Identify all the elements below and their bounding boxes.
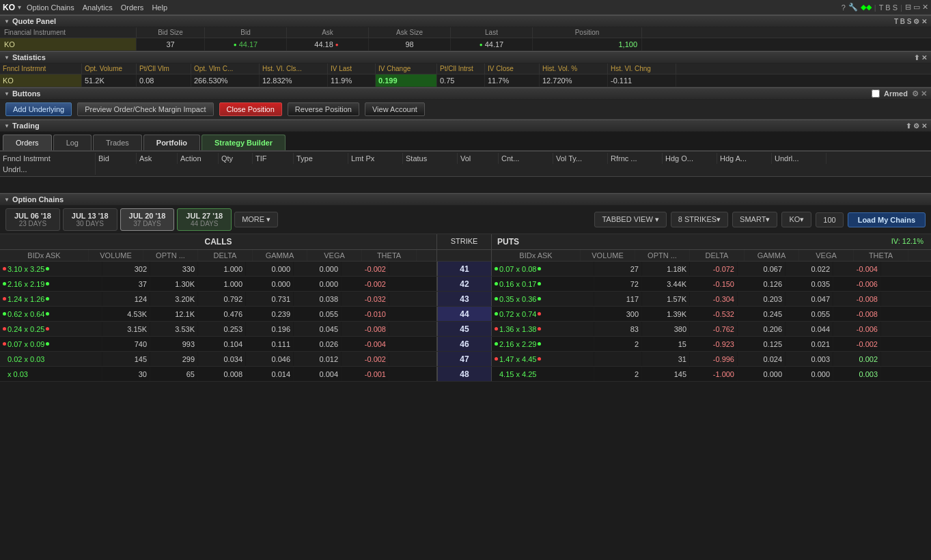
chains-toolbar: JUL 06 '18 23 DAYS JUL 13 '18 30 DAYS JU… — [0, 206, 931, 234]
armed-section: Armed ⚙ ✕ — [872, 89, 927, 98]
armed-icons: ⚙ ✕ — [912, 89, 927, 98]
option-chains-panel: Option Chains JUL 06 '18 23 DAYS JUL 13 … — [0, 193, 931, 560]
col-position: Position — [533, 27, 642, 38]
trading-col-hdg-o: Hdg O... — [663, 153, 717, 164]
stats-opt-vlm-c: 266.530% — [191, 74, 260, 87]
iv-label: IV: 12.1% — [891, 237, 923, 247]
col-financial-instrument: Financial Instrument — [0, 27, 137, 38]
quote-bid: ● 44.17 — [205, 38, 287, 51]
trading-col-qty: Qty — [219, 153, 253, 164]
smart-button[interactable]: SMART▾ — [732, 212, 777, 227]
trading-col-action: Action — [178, 153, 219, 164]
tbs-label: T B S — [879, 3, 898, 12]
put-col-bid-ask: BIDx ASK — [492, 250, 581, 261]
col-bid-size: Bid Size — [137, 27, 205, 38]
trading-col-hdg-a: Hdg A... — [717, 153, 772, 164]
date-tab-3[interactable]: JUL 27 '18 44 DAYS — [177, 208, 232, 231]
more-dates-button[interactable]: MORE ▾ — [234, 212, 278, 227]
quote-panel: Quote Panel T B S ⚙ ✕ Financial Instrume… — [0, 15, 931, 51]
tools-icon[interactable]: 🔧 — [848, 3, 858, 12]
call-col-gamma: GAMMA — [253, 250, 307, 261]
trading-col-tif: TIF — [253, 153, 294, 164]
put-col-vega: VEGA — [799, 250, 854, 261]
strike-col-h — [437, 250, 492, 261]
trading-tabs: Orders Log Trades Portfolio Strategy Bui… — [0, 132, 931, 152]
close-position-button[interactable]: Close Position — [219, 102, 282, 116]
stats-col-hist-vol: Hist. Vol. % — [540, 64, 608, 74]
add-underlying-button[interactable]: Add Underlying — [5, 102, 72, 116]
menu-bar: Option Chains Analytics Orders Help — [27, 3, 167, 12]
menu-orders[interactable]: Orders — [121, 3, 144, 12]
stats-instrument[interactable]: KO — [0, 74, 82, 87]
option-chains-header: Option Chains — [0, 193, 931, 206]
stats-opt-volume: 51.2K — [82, 74, 137, 87]
date-tab-0[interactable]: JUL 06 '18 23 DAYS — [5, 208, 60, 231]
call-col-volume: VOLUME — [89, 250, 143, 261]
table-row[interactable]: 2.16 x 2.19 37 1.30K 1.000 0.000 0.000 -… — [0, 277, 931, 292]
quote-panel-header: Quote Panel T B S ⚙ ✕ — [0, 15, 931, 27]
col-bid: Bid — [205, 27, 287, 38]
call-col-bid-ask: BIDx ASK — [0, 250, 89, 261]
trading-col-status: Status — [403, 153, 458, 164]
trading-col-rfrnc: Rfrnc ... — [608, 153, 663, 164]
strikes-button[interactable]: 8 STRIKES▾ — [671, 212, 728, 227]
trading-col-vol-ty: Vol Ty... — [553, 153, 608, 164]
help-icon[interactable]: ? — [842, 3, 846, 12]
indicator-icon: ◆◆ — [861, 3, 872, 12]
trading-right-icons: ⬆ ⚙ ✕ — [906, 122, 927, 130]
quote-panel-controls: T B S ⚙ ✕ — [894, 18, 927, 25]
load-chains-button[interactable]: Load My Chains — [848, 212, 926, 227]
statistics-title: Statistics — [4, 53, 46, 61]
menu-option-chains[interactable]: Option Chains — [27, 3, 74, 12]
options-group-header: CALLS STRIKE PUTS IV: 12.1% — [0, 234, 931, 250]
table-row[interactable]: 0.24 x 0.25 3.15K 3.53K 0.253 0.196 0.04… — [0, 322, 931, 337]
quote-columns-header: Financial Instrument Bid Size Bid Ask As… — [0, 27, 931, 38]
underlying-button[interactable]: KO▾ — [781, 212, 811, 227]
statistics-panel: Statistics ⬆ ✕ Fnncl Instrmnt Opt. Volum… — [0, 51, 931, 87]
menu-analytics[interactable]: Analytics — [83, 3, 113, 12]
option-chains-title: Option Chains — [4, 195, 64, 204]
preview-order-button[interactable]: Preview Order/Check Margin Impact — [77, 102, 213, 116]
tab-log[interactable]: Log — [53, 135, 92, 150]
stats-data-row: KO 51.2K 0.08 266.530% 12.832% 11.9% 0.1… — [0, 74, 931, 87]
tab-strategy-builder[interactable]: Strategy Builder — [202, 135, 286, 150]
table-row[interactable]: 0.62 x 0.64 4.53K 12.1K 0.476 0.239 0.05… — [0, 307, 931, 322]
quote-position: 1,100 — [533, 38, 642, 51]
table-row[interactable]: 3.10 x 3.25 302 330 1.000 0.000 0.000 -0… — [0, 262, 931, 277]
tabbed-view-button[interactable]: TABBED VIEW ▾ — [594, 212, 666, 227]
menu-dropdown-icon[interactable]: ▾ — [18, 3, 21, 11]
cols-header: BIDx ASK VOLUME OPTN ... DELTA GAMMA VEG… — [0, 250, 931, 262]
armed-checkbox[interactable] — [872, 89, 880, 98]
quote-bid-size: 37 — [137, 38, 205, 51]
trading-col-undrl1: Undrl... — [772, 153, 826, 164]
chains-controls: TABBED VIEW ▾ 8 STRIKES▾ SMART▾ KO▾ 100 … — [594, 212, 926, 227]
trading-col-cnt: Cnt... — [499, 153, 553, 164]
buttons-section-header: Buttons Armed ⚙ ✕ — [0, 87, 931, 100]
multiplier-button[interactable]: 100 — [816, 212, 843, 227]
col-last: Last — [451, 27, 533, 38]
tab-trades[interactable]: Trades — [93, 135, 142, 150]
table-row[interactable]: 0.07 x 0.09 740 993 0.104 0.111 0.026 -0… — [0, 337, 931, 352]
options-body: 3.10 x 3.25 302 330 1.000 0.000 0.000 -0… — [0, 262, 931, 560]
tab-portfolio[interactable]: Portfolio — [143, 135, 200, 150]
app-logo: KO — [3, 3, 15, 12]
call-col-delta: DELTA — [198, 250, 253, 261]
table-row[interactable]: x 0.03 30 65 0.008 0.014 0.004 -0.001 48… — [0, 367, 931, 382]
stats-col-iv-last: IV Last — [328, 64, 376, 74]
put-col-gamma: GAMMA — [745, 250, 799, 261]
tab-orders[interactable]: Orders — [3, 135, 52, 150]
options-table: CALLS STRIKE PUTS IV: 12.1% BIDx ASK VOL… — [0, 234, 931, 560]
reverse-position-button[interactable]: Reverse Position — [288, 102, 359, 116]
view-account-button[interactable]: View Account — [365, 102, 425, 116]
trading-controls: ⬆ ⚙ ✕ — [906, 122, 927, 130]
table-row[interactable]: 1.24 x 1.26 124 3.20K 0.792 0.731 0.038 … — [0, 292, 931, 307]
title-bar-controls: ? 🔧 ◆◆ | T B S | ⊟ ▭ ✕ — [842, 3, 928, 12]
armed-label: Armed — [884, 89, 908, 98]
date-tab-2[interactable]: JUL 20 '18 37 DAYS — [120, 208, 175, 231]
stats-ptcll-intrst: 0.75 — [437, 74, 485, 87]
quote-data-row: KO 37 ● 44.17 44.18 ● 98 ● 44.17 1,100 — [0, 38, 931, 51]
date-tab-1[interactable]: JUL 13 '18 30 DAYS — [63, 208, 117, 231]
menu-help[interactable]: Help — [152, 3, 167, 12]
quote-ask: 44.18 ● — [287, 38, 369, 51]
table-row[interactable]: 0.02 x 0.03 145 299 0.034 0.046 0.012 -0… — [0, 352, 931, 367]
